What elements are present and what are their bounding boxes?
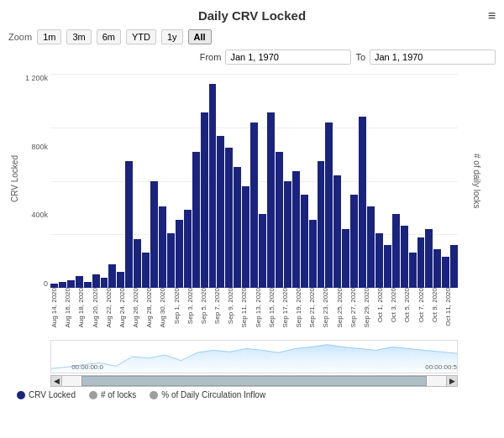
x-label: Aug 20, 2020 (92, 288, 105, 328)
x-label: Aug 18, 2020 (77, 288, 91, 328)
bar (142, 253, 150, 288)
bar (301, 195, 308, 288)
zoom-1y[interactable]: 1y (161, 29, 183, 44)
scroll-right-arrow[interactable]: ▶ (446, 375, 458, 387)
legend-crv-locked-dot (17, 391, 25, 399)
y-tick-800: 800k (31, 143, 48, 151)
x-label: Sep 19, 2020 (295, 288, 308, 328)
x-label: Sep 17, 2020 (281, 288, 295, 328)
bars-container (50, 74, 458, 288)
chart-title: Daily CRV Locked (198, 8, 306, 23)
legend: CRV Locked # of locks % of Daily Circula… (8, 390, 496, 399)
zoom-ytd[interactable]: YTD (126, 29, 156, 44)
x-label: Sep 15, 2020 (268, 288, 281, 328)
bar (234, 167, 241, 288)
scrollbar: ◀ ▶ (50, 375, 458, 387)
legend-crv-locked-label: CRV Locked (29, 390, 76, 399)
bar (342, 229, 349, 288)
bar (350, 195, 358, 288)
x-label: Aug 28, 2020 (145, 288, 159, 328)
legend-num-locks-label: # of locks (101, 390, 136, 399)
x-label: Sep 5, 2020 (200, 288, 213, 324)
bar (409, 253, 417, 288)
bar (309, 220, 317, 288)
scroll-track[interactable] (62, 375, 446, 387)
date-range: From To (8, 50, 496, 65)
bar (92, 274, 100, 288)
bar (117, 272, 124, 288)
bar (267, 112, 275, 288)
bar (401, 226, 408, 288)
x-label: Sep 25, 2020 (336, 288, 349, 328)
scroll-left-arrow[interactable]: ◀ (50, 375, 62, 387)
bar (125, 161, 133, 288)
x-axis-labels: Aug 14, 2020Aug 16, 2020Aug 18, 2020Aug … (50, 288, 458, 336)
bar (259, 214, 266, 288)
chart-inner: Aug 14, 2020Aug 16, 2020Aug 18, 2020Aug … (50, 74, 458, 288)
x-label: Sep 11, 2020 (240, 288, 254, 328)
bar (367, 206, 375, 288)
menu-icon[interactable]: ≡ (488, 8, 496, 23)
bar (284, 181, 291, 289)
y-axis-left-ticks: 1 200k 800k 400k 0 (21, 74, 50, 288)
bar (184, 210, 192, 288)
zoom-all[interactable]: All (188, 29, 212, 44)
mini-chart-wrapper: 00:00:00:0 00:00:00:5 ◀ ▶ (8, 340, 496, 387)
x-label: Aug 26, 2020 (132, 288, 145, 328)
mini-chart-svg (51, 341, 457, 373)
chart-header: Daily CRV Locked ≡ (8, 8, 496, 23)
zoom-6m[interactable]: 6m (97, 29, 121, 44)
x-label: Sep 21, 2020 (308, 288, 322, 328)
y-tick-0: 0 (44, 279, 48, 288)
legend-circulation-inflow-label: % of Daily Circulation Inflow (161, 390, 265, 399)
mini-chart: 00:00:00:0 00:00:00:5 (50, 340, 458, 373)
bar (276, 152, 283, 288)
from-date-input[interactable] (225, 50, 351, 65)
zoom-1m[interactable]: 1m (37, 29, 61, 44)
zoom-3m[interactable]: 3m (66, 29, 91, 44)
bar (176, 220, 183, 288)
x-label: Aug 24, 2020 (118, 288, 132, 328)
legend-crv-locked: CRV Locked (17, 390, 76, 399)
x-label: Oct 9, 2020 (431, 288, 444, 322)
x-label: Aug 14, 2020 (50, 288, 64, 328)
y-axis-left-label: CRV Locked (10, 155, 19, 202)
main-container: Daily CRV Locked ≡ Zoom 1m 3m 6m YTD 1y … (0, 0, 504, 438)
x-label: Oct 5, 2020 (403, 288, 417, 322)
main-chart-area: CRV Locked 1 200k 800k 400k 0 Aug 14, 20… (8, 70, 496, 338)
bar (450, 245, 458, 288)
x-label: Sep 1, 2020 (173, 288, 186, 324)
bar (250, 123, 258, 288)
to-label: To (355, 52, 365, 62)
x-label: Sep 27, 2020 (349, 288, 363, 328)
x-label: Aug 30, 2020 (159, 288, 172, 328)
bar (217, 136, 224, 288)
x-label: Sep 3, 2020 (186, 288, 200, 324)
x-label: Sep 23, 2020 (322, 288, 335, 328)
legend-num-locks-dot (89, 391, 97, 399)
bar (325, 123, 333, 288)
bar (67, 280, 75, 288)
legend-circulation-inflow: % of Daily Circulation Inflow (150, 390, 265, 399)
scroll-thumb[interactable] (81, 376, 427, 386)
bar (417, 237, 425, 288)
y-tick-400: 400k (31, 211, 48, 219)
bar (150, 181, 158, 289)
bar (318, 161, 325, 288)
zoom-label: Zoom (8, 32, 32, 42)
x-label: Sep 9, 2020 (227, 288, 240, 324)
x-label: Sep 13, 2020 (255, 288, 268, 328)
bar (333, 175, 341, 288)
y-tick-1200: 1 200k (25, 74, 48, 82)
svg-marker-0 (51, 345, 457, 373)
bar (375, 233, 383, 288)
bar (359, 117, 366, 288)
x-label: Aug 22, 2020 (105, 288, 118, 328)
x-label: Sep 29, 2020 (363, 288, 376, 328)
bar (101, 278, 108, 288)
legend-circulation-inflow-dot (150, 391, 158, 399)
bar (84, 282, 92, 288)
bar (209, 84, 217, 288)
to-date-input[interactable] (370, 50, 496, 65)
bar (292, 171, 300, 288)
